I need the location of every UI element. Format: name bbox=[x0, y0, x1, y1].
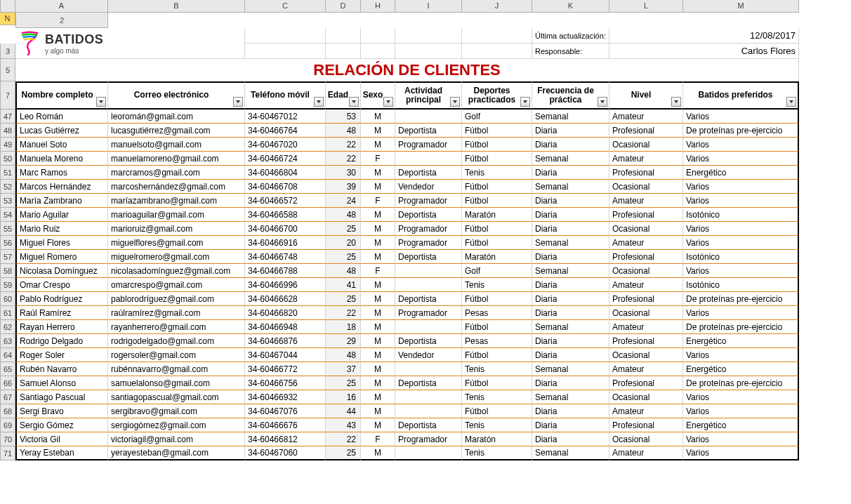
table-cell[interactable]: Isotónico bbox=[683, 250, 799, 264]
table-cell[interactable]: M bbox=[361, 390, 395, 404]
table-cell[interactable]: Varios bbox=[683, 432, 799, 446]
table-cell[interactable]: Semanal bbox=[532, 152, 609, 166]
row-header[interactable]: 71 bbox=[0, 446, 15, 460]
table-cell[interactable]: Diaria bbox=[532, 404, 609, 418]
table-cell[interactable]: Deportista bbox=[395, 166, 462, 180]
table-cell[interactable]: Semanal bbox=[532, 180, 609, 194]
table-cell[interactable]: Programador bbox=[395, 432, 462, 446]
table-cell[interactable]: 34-60466948 bbox=[245, 320, 326, 334]
table-cell[interactable]: Nicolasa Domínguez bbox=[15, 264, 108, 278]
table-cell[interactable]: Amateur bbox=[609, 236, 683, 250]
table-cell[interactable]: 48 bbox=[326, 348, 361, 362]
table-cell[interactable]: Fútbol bbox=[462, 376, 532, 390]
table-cell[interactable]: 25 bbox=[326, 292, 361, 306]
table-cell[interactable]: Diaria bbox=[532, 278, 609, 292]
table-cell[interactable]: Diaria bbox=[532, 418, 609, 432]
table-cell[interactable]: Amateur bbox=[609, 110, 683, 124]
table-cell[interactable]: Ocasional bbox=[609, 180, 683, 194]
table-cell[interactable]: Deportista bbox=[395, 376, 462, 390]
row-header[interactable]: 63 bbox=[0, 334, 15, 348]
table-cell[interactable]: sergiogómez@gmail.com bbox=[108, 418, 245, 432]
table-cell[interactable]: M bbox=[361, 124, 395, 138]
row-header[interactable]: 54 bbox=[0, 208, 15, 222]
table-cell[interactable]: 34-60467076 bbox=[245, 404, 326, 418]
table-cell[interactable]: María Zambrano bbox=[15, 194, 108, 208]
column-header-J[interactable]: J bbox=[462, 0, 532, 13]
column-header-M[interactable]: M bbox=[683, 0, 799, 13]
table-cell[interactable]: M bbox=[361, 222, 395, 236]
table-cell[interactable]: Vendedor bbox=[395, 348, 462, 362]
table-cell[interactable] bbox=[395, 446, 462, 460]
table-cell[interactable]: 34-60466812 bbox=[245, 432, 326, 446]
table-cell[interactable]: M bbox=[361, 306, 395, 320]
table-cell[interactable]: victoriagil@gmail.com bbox=[108, 432, 245, 446]
table-cell[interactable]: 34-60466764 bbox=[245, 124, 326, 138]
table-cell[interactable]: marioaguilar@gmail.com bbox=[108, 208, 245, 222]
table-cell[interactable]: 22 bbox=[326, 152, 361, 166]
table-header[interactable]: Nivel bbox=[609, 81, 683, 110]
table-cell[interactable]: Fútbol bbox=[462, 180, 532, 194]
filter-dropdown-icon[interactable] bbox=[520, 97, 530, 107]
table-cell[interactable]: Profesional bbox=[609, 334, 683, 348]
table-cell[interactable]: Ocasional bbox=[609, 390, 683, 404]
corner-cell[interactable] bbox=[0, 0, 15, 13]
row-header[interactable]: 48 bbox=[0, 124, 15, 138]
table-cell[interactable]: Lucas Gutiérrez bbox=[15, 124, 108, 138]
table-cell[interactable]: 43 bbox=[326, 418, 361, 432]
table-cell[interactable]: Programador bbox=[395, 194, 462, 208]
table-cell[interactable]: Tenis bbox=[462, 418, 532, 432]
row-header[interactable]: 61 bbox=[0, 306, 15, 320]
table-cell[interactable]: Marcos Hernández bbox=[15, 180, 108, 194]
table-cell[interactable]: F bbox=[361, 432, 395, 446]
table-cell[interactable]: Roger Soler bbox=[15, 348, 108, 362]
table-cell[interactable]: 34-60467044 bbox=[245, 348, 326, 362]
table-cell[interactable]: Yeray Esteban bbox=[15, 446, 108, 460]
table-cell[interactable]: 34-60466932 bbox=[245, 390, 326, 404]
table-cell[interactable]: Profesional bbox=[609, 124, 683, 138]
table-cell[interactable]: Pesas bbox=[462, 306, 532, 320]
table-cell[interactable]: Marc Ramos bbox=[15, 166, 108, 180]
table-cell[interactable]: 34-60466820 bbox=[245, 306, 326, 320]
table-cell[interactable]: 34-60467060 bbox=[245, 446, 326, 460]
table-cell[interactable]: 25 bbox=[326, 222, 361, 236]
table-cell[interactable]: 34-60466676 bbox=[245, 418, 326, 432]
table-cell[interactable]: Deportista bbox=[395, 292, 462, 306]
table-cell[interactable]: Energético bbox=[683, 418, 799, 432]
table-cell[interactable]: Fútbol bbox=[462, 404, 532, 418]
row-header[interactable]: 62 bbox=[0, 320, 15, 334]
table-cell[interactable]: Amateur bbox=[609, 446, 683, 460]
table-cell[interactable]: Isotónico bbox=[683, 208, 799, 222]
table-cell[interactable] bbox=[395, 152, 462, 166]
table-cell[interactable]: Samuel Alonso bbox=[15, 376, 108, 390]
table-cell[interactable]: Amateur bbox=[609, 152, 683, 166]
table-header[interactable]: Correo electrónico bbox=[108, 81, 245, 110]
table-cell[interactable]: Raúl Ramírez bbox=[15, 306, 108, 320]
table-cell[interactable]: Sergi Bravo bbox=[15, 404, 108, 418]
row-header[interactable]: 57 bbox=[0, 250, 15, 264]
table-cell[interactable]: 53 bbox=[326, 110, 361, 124]
table-cell[interactable]: yerayesteban@gmail.com bbox=[108, 446, 245, 460]
table-cell[interactable]: F bbox=[361, 152, 395, 166]
table-cell[interactable]: M bbox=[361, 446, 395, 460]
table-cell[interactable]: M bbox=[361, 208, 395, 222]
table-cell[interactable]: 16 bbox=[326, 390, 361, 404]
table-cell[interactable]: 18 bbox=[326, 320, 361, 334]
table-cell[interactable]: raúlramírez@gmail.com bbox=[108, 306, 245, 320]
table-cell[interactable]: 34-60466700 bbox=[245, 222, 326, 236]
filter-dropdown-icon[interactable] bbox=[598, 97, 607, 107]
table-cell[interactable]: Omar Crespo bbox=[15, 278, 108, 292]
table-cell[interactable]: Fútbol bbox=[462, 222, 532, 236]
table-cell[interactable]: Tenis bbox=[462, 278, 532, 292]
column-header-L[interactable]: L bbox=[609, 0, 683, 13]
row-header[interactable]: 3 bbox=[0, 44, 15, 59]
table-cell[interactable]: 34-60467020 bbox=[245, 138, 326, 152]
column-header-K[interactable]: K bbox=[532, 0, 609, 13]
table-cell[interactable]: Amateur bbox=[609, 320, 683, 334]
table-cell[interactable]: Mario Ruiz bbox=[15, 222, 108, 236]
table-header[interactable]: Sexo bbox=[361, 81, 395, 110]
table-cell[interactable]: M bbox=[361, 404, 395, 418]
table-cell[interactable]: Semanal bbox=[532, 264, 609, 278]
table-cell[interactable]: Diaria bbox=[532, 250, 609, 264]
row-header[interactable]: 49 bbox=[0, 138, 15, 152]
table-cell[interactable] bbox=[395, 320, 462, 334]
